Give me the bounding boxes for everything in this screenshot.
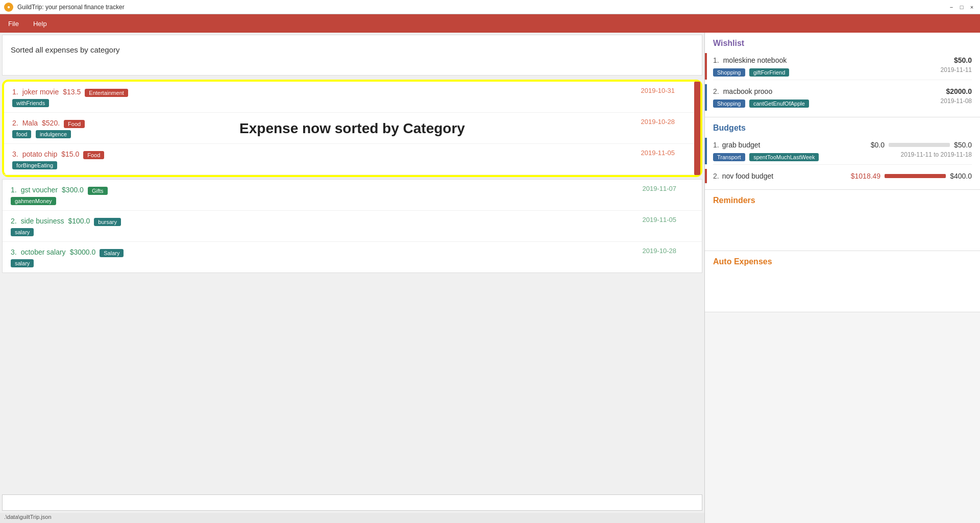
expense-name-1: joker movie [22,88,59,96]
wishlist-item-moleskine: 1. moleskine notebook $50.0 Shopping gif… [713,53,972,80]
status-text: Sorted all expenses by category [11,45,119,54]
auto-expenses-title: Auto Expenses [713,257,972,266]
expense-subtag-food: food [12,130,31,138]
expense-number-1: 1. [12,88,18,96]
expense-name-2: Mala [22,119,38,127]
income-name-3: october salary [21,248,66,256]
budget-bar-2 [885,174,946,178]
app-icon: ● [4,3,13,12]
wishlist-tag-giftforfriend: giftForFriend [749,68,789,77]
budget-limit-1: $50.0 [954,141,972,149]
income-subtag-salary-3: salary [11,259,34,267]
budget-tag-transport: Transport [713,153,745,161]
close-button[interactable]: × [968,3,976,11]
expense-subtag-bingeating: forBingeEating [12,161,57,169]
wishlist-tag-shopping-1: Shopping [713,68,745,77]
app-title: GuildTrip: your personal finance tracker [17,4,947,11]
wishlist-number-1: 1. [713,56,719,64]
command-input-bar[interactable] [2,494,702,511]
wishlist-section: Wishlist 1. moleskine notebook $50.0 Sho… [705,33,980,117]
maximize-button[interactable]: □ [958,3,966,11]
footer-path: .\data\guiltTrip.json [4,514,52,520]
income-tag-gifts: Gifts [88,187,108,195]
wishlist-border-2 [705,84,707,111]
expense-date-1: 2019-10-31 [641,87,675,94]
expense-tag-entertainment: Entertainment [85,89,128,97]
expense-date-2: 2019-10-28 [641,118,675,126]
wishlist-name-1: moleskine notebook [723,56,954,64]
income-name-1: gst voucher [21,186,58,194]
budget-item-grab: 1. grab budget $0.0 $50.0 Transport spen… [713,138,972,165]
expense-tag-food-3: Food [83,151,104,159]
budget-spent-2: $1018.49 [851,172,880,180]
wishlist-date-1: 2019-11-11 [941,66,972,73]
budget-limit-2: $400.0 [950,172,972,180]
budget-number-1: 1. [713,141,719,149]
menu-file[interactable]: File [6,19,21,29]
budget-spent-1: $0.0 [871,141,885,149]
right-panel: Wishlist 1. moleskine notebook $50.0 Sho… [704,33,980,523]
expense-item-joker: 1. joker movie $13.5 Entertainment withF… [4,82,700,113]
income-number-1: 1. [11,186,17,194]
left-panel: Sorted all expenses by category Expense … [0,33,704,523]
income-amount-3: $3000.0 [70,248,96,256]
command-input[interactable] [7,499,698,507]
wishlist-number-2: 2. [713,87,719,95]
income-item-oct-salary: 3. october salary $3000.0 Salary salary … [3,242,702,272]
income-amount-2: $100.0 [68,217,90,225]
budget-date-1: 2019-11-11 to 2019-11-18 [901,151,972,158]
budget-number-2: 2. [713,172,719,180]
income-item-gst: 1. gst voucher $300.0 Gifts gahmenMoney … [3,180,702,211]
wishlist-border-1 [705,53,707,80]
title-bar: ● GuildTrip: your personal finance track… [0,0,980,14]
budget-border-1 [705,138,707,164]
expense-number-2: 2. [12,119,18,127]
wishlist-price-1: $50.0 [954,56,972,64]
main-layout: Sorted all expenses by category Expense … [0,33,980,523]
wishlist-title: Wishlist [713,39,972,48]
wishlist-price-2: $2000.0 [946,87,972,95]
scroll-indicator-expenses[interactable] [694,82,700,175]
budgets-section: Budgets 1. grab budget $0.0 $50.0 Transp… [705,117,980,190]
food-expense-group: Expense now sorted by Category 1. joker … [2,80,702,177]
wishlist-item-macbook: 2. macbook prooo $2000.0 Shopping cantGe… [713,84,972,111]
wishlist-content-1: 1. moleskine notebook $50.0 Shopping gif… [713,56,972,77]
status-bar: Sorted all expenses by category [2,35,702,76]
expense-item-potato: 3. potato chip $15.0 Food forBingeEating… [4,144,700,175]
menu-help[interactable]: Help [31,19,49,29]
income-tag-salary: Salary [100,249,124,257]
income-date-1: 2019-11-07 [643,185,677,192]
expense-amount-2: $520. [42,119,60,127]
window-controls: − □ × [947,3,976,11]
income-group: 1. gst voucher $300.0 Gifts gahmenMoney … [2,179,702,273]
income-date-2: 2019-11-05 [643,216,677,223]
budget-item-food: 2. nov food budget $1018.49 $400.0 [713,169,972,183]
budgets-title: Budgets [713,123,972,133]
auto-expenses-section: Auto Expenses [705,251,980,312]
wishlist-content-2: 2. macbook prooo $2000.0 Shopping cantGe… [713,87,972,108]
expense-amount-1: $13.5 [63,88,81,96]
minimize-button[interactable]: − [947,3,955,11]
wishlist-tag-shopping-2: Shopping [713,99,745,108]
wishlist-date-2: 2019-11-08 [941,97,972,105]
budget-tag-spenttoomuch: spentTooMuchLastWeek [749,153,819,161]
menu-bar: File Help [0,14,980,33]
reminders-title: Reminders [713,196,972,205]
expense-name-3: potato chip [22,150,58,158]
expense-subtag-indulgence: indulgence [36,130,71,138]
wishlist-name-2: macbook prooo [723,87,946,95]
income-subtag-salary-2: salary [11,228,34,236]
budget-name-1: grab budget [722,141,871,149]
income-subtag-gahmen: gahmenMoney [11,197,56,205]
budget-border-2 [705,169,707,183]
budget-name-2: nov food budget [722,172,851,180]
income-name-2: side business [21,217,64,225]
expense-tag-food-2: Food [64,120,85,128]
expenses-container[interactable]: Expense now sorted by Category 1. joker … [2,80,702,490]
income-amount-1: $300.0 [62,186,84,194]
expense-subtag-withfriends: withFriends [12,99,49,107]
income-number-2: 2. [11,217,17,225]
income-number-3: 3. [11,248,17,256]
wishlist-tag-cantenuf: cantGetEnufOfApple [749,99,809,108]
expense-number-3: 3. [12,150,18,158]
